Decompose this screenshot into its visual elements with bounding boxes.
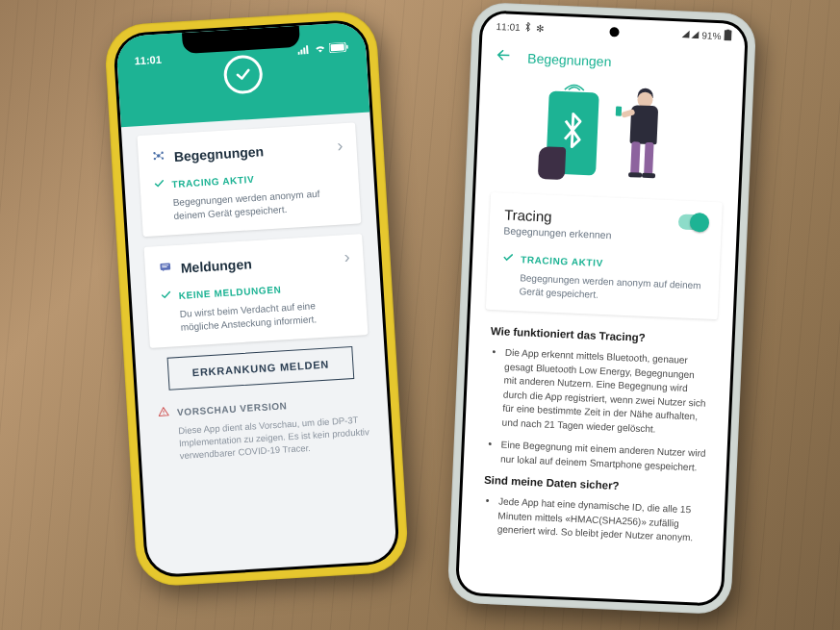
preview-desc: Diese App dient als Vorschau, um die DP-… [178, 414, 371, 463]
illus-hand [537, 146, 565, 180]
list-item: Die App erkennt mittels Bluetooth, genau… [501, 346, 710, 439]
info-a1-list: Die App erkennt mittels Bluetooth, genau… [485, 345, 710, 475]
signal-waves-icon [559, 78, 588, 90]
iphone-bezel: 11:01 [113, 18, 400, 578]
svg-rect-22 [726, 29, 729, 31]
report-illness-button[interactable]: ERKRANKUNG MELDEN [167, 346, 355, 391]
iphone-screen: 11:01 [115, 22, 397, 576]
tracing-toggle[interactable] [678, 214, 708, 230]
svg-rect-16 [160, 263, 170, 270]
list-item: Eine Begegnung mit einem anderen Nutzer … [500, 439, 706, 475]
info-q1: Wie funktioniert das Tracing? [491, 325, 711, 346]
android-bezel: 11:01 ✻ 91% [455, 10, 749, 607]
battery-icon [329, 42, 349, 55]
illus-person [612, 87, 674, 186]
preview-block: VORSCHAU VERSION Diese App dient als Vor… [154, 391, 375, 464]
svg-rect-5 [331, 43, 344, 51]
battery-icon [724, 29, 732, 42]
appbar-title: Begegnungen [527, 50, 612, 69]
settings-icon: ✻ [535, 22, 543, 33]
check-icon [153, 176, 165, 194]
android-light-case: 11:01 ✻ 91% [447, 2, 757, 615]
battery-text: 91% [701, 30, 721, 41]
check-icon [160, 287, 172, 305]
signal-icon [297, 44, 312, 57]
status-time: 11:01 [134, 54, 162, 67]
svg-rect-2 [303, 47, 305, 54]
list-item: Jede App hat eine dynamische ID, die all… [497, 495, 704, 546]
illus-phone-icon [546, 90, 599, 175]
signal-icon [681, 28, 700, 40]
svg-point-20 [164, 414, 165, 415]
chevron-right-icon: › [337, 136, 344, 156]
android-screen: 11:01 ✻ 91% [458, 13, 746, 603]
tracing-title: Tracing [504, 206, 613, 227]
illustration [476, 76, 744, 193]
svg-rect-1 [300, 50, 302, 55]
svg-rect-6 [346, 45, 348, 49]
encounters-title: Begegnungen [173, 143, 264, 164]
tracing-card: Tracing Begegnungen erkennen TRACING AKT… [486, 192, 723, 319]
iphone-yellow-case: 11:01 [103, 10, 409, 588]
reports-icon [158, 260, 172, 278]
encounters-status: TRACING AKTIV [171, 173, 254, 189]
status-time: 11:01 [496, 20, 520, 32]
main-content: Begegnungen › TRACING AKTIV Begegnungen … [121, 112, 392, 476]
check-icon [502, 249, 515, 267]
tracing-status: TRACING AKTIV [521, 254, 603, 268]
tracing-desc: Begegnungen werden anonym auf deinem Ger… [519, 271, 704, 305]
bluetooth-icon [523, 21, 532, 34]
preview-title: VORSCHAU VERSION [177, 400, 288, 417]
svg-rect-3 [306, 45, 309, 54]
chevron-right-icon: › [344, 247, 350, 267]
svg-rect-0 [297, 52, 299, 55]
encounters-card[interactable]: Begegnungen › TRACING AKTIV Begegnungen … [137, 122, 361, 237]
warning-icon [158, 404, 170, 422]
info-section: Wie funktioniert das Tracing? Die App er… [461, 309, 733, 546]
reports-title: Meldungen [180, 256, 252, 275]
encounters-desc: Begegnungen werden anonym auf deinem Ger… [172, 186, 346, 222]
wifi-icon [314, 43, 327, 56]
back-icon[interactable] [495, 46, 513, 68]
svg-rect-21 [724, 30, 731, 40]
tracing-subtitle: Begegnungen erkennen [503, 224, 612, 240]
reports-card[interactable]: Meldungen › KEINE MELDUNGEN Du wirst bei… [144, 234, 369, 348]
encounters-icon [151, 148, 165, 166]
reports-desc: Du wirst beim Verdacht auf eine mögliche… [179, 297, 353, 334]
info-q2: Sind meine Daten sicher? [484, 474, 704, 495]
reports-status: KEINE MELDUNGEN [178, 284, 281, 300]
info-a2-list: Jede App hat eine dynamische ID, die all… [482, 494, 704, 545]
